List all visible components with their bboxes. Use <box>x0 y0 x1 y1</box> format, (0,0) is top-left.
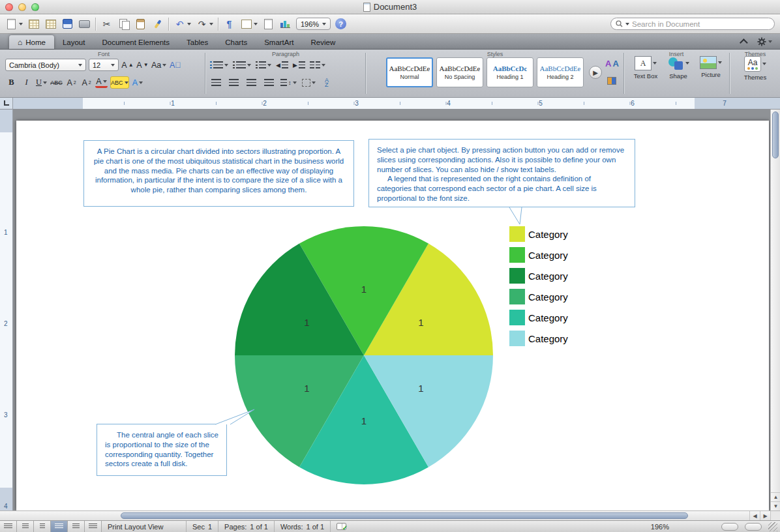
scroll-right-button[interactable]: ▶ <box>760 511 770 520</box>
columns-button[interactable] <box>240 17 258 31</box>
pages-indicator[interactable]: Pages:1 of 1 <box>218 521 275 532</box>
legend-row[interactable]: Category <box>509 226 568 242</box>
bold-button[interactable]: B <box>5 76 18 89</box>
legend-row[interactable]: Category <box>509 268 568 284</box>
insert-picture-button[interactable]: Picture <box>695 56 727 78</box>
strikethrough-button[interactable]: ABC <box>50 76 63 89</box>
view-draft-button[interactable] <box>0 521 17 532</box>
tab-document-elements[interactable]: Document Elements <box>93 35 178 49</box>
change-case-button[interactable]: Aa <box>151 59 166 71</box>
legend-row[interactable]: Category <box>509 331 568 346</box>
font-size-select[interactable]: 12 <box>89 59 119 71</box>
style-heading-1[interactable]: AaBbCcDc Heading 1 <box>487 57 533 87</box>
show-paragraph-marks-button[interactable]: ¶ <box>223 17 235 31</box>
legend-row[interactable]: Category <box>509 247 568 263</box>
scroll-down-button[interactable]: ▼ <box>771 501 780 510</box>
save-button[interactable] <box>61 17 74 31</box>
superscript-button[interactable]: A2 <box>65 76 78 89</box>
vertical-scrollbar-thumb[interactable] <box>772 111 779 158</box>
tab-home[interactable]: ⌂Home <box>9 35 54 49</box>
scroll-widget[interactable] <box>745 523 762 531</box>
numbering-button[interactable] <box>233 59 251 71</box>
highlight-button[interactable]: ABC <box>110 76 129 89</box>
scroll-up-button[interactable]: ▲ <box>771 492 780 501</box>
multilevel-list-button[interactable] <box>256 59 271 71</box>
document-page[interactable]: A Pie Chart is a circular chart divided … <box>16 121 769 510</box>
insert-textbox-button[interactable]: A Text Box <box>630 56 661 80</box>
view-notebook-button[interactable] <box>68 521 85 532</box>
zoom-slider[interactable] <box>721 523 738 531</box>
words-indicator[interactable]: Words:1 of 1 <box>275 521 331 532</box>
pie-chart[interactable]: 111111 <box>233 225 494 486</box>
gallery-button[interactable] <box>44 17 57 31</box>
spelling-status[interactable]: ✓ <box>331 521 352 532</box>
tab-layout[interactable]: Layout <box>54 35 94 49</box>
shrink-font-button[interactable]: A▼ <box>136 59 149 71</box>
view-focus-button[interactable] <box>85 521 102 532</box>
borders-button[interactable] <box>302 76 316 89</box>
increase-indent-button[interactable]: ▶ <box>293 59 305 71</box>
paste-button[interactable] <box>134 17 147 31</box>
redo-button[interactable]: ↷ <box>196 17 213 31</box>
style-normal[interactable]: AaBbCcDdEe Normal <box>386 57 433 87</box>
justify-button[interactable] <box>263 76 275 89</box>
section-indicator[interactable]: Sec1 <box>187 521 218 532</box>
search-input[interactable]: Search in Document <box>610 18 775 30</box>
view-publishing-button[interactable] <box>34 521 51 532</box>
decrease-indent-button[interactable]: ◀ <box>276 59 288 71</box>
callout-pie-definition[interactable]: A Pie Chart is a circular chart divided … <box>83 140 354 207</box>
undo-button[interactable]: ↶ <box>173 17 191 31</box>
open-button[interactable] <box>27 17 40 31</box>
cut-button[interactable]: ✂ <box>100 17 113 31</box>
tab-charts[interactable]: Charts <box>217 35 256 49</box>
scroll-left-button[interactable]: ◀ <box>749 511 760 520</box>
italic-button[interactable]: I <box>20 76 33 89</box>
line-spacing-button[interactable]: ↕ <box>280 76 297 89</box>
zoom-select[interactable]: 196% <box>296 18 331 30</box>
insert-shape-button[interactable]: Shape <box>663 56 694 80</box>
style-gallery-scroll-button[interactable]: ▶ <box>589 66 602 79</box>
themes-button[interactable]: Aa Themes <box>740 56 771 81</box>
vertical-scrollbar[interactable]: ▲ ▼ <box>770 110 780 510</box>
align-left-button[interactable] <box>210 76 222 89</box>
tab-smartart[interactable]: SmartArt <box>256 35 302 49</box>
clear-formatting-button[interactable]: A⃠ <box>169 59 181 71</box>
insert-chart-button[interactable] <box>279 17 292 31</box>
tab-selector-box[interactable] <box>0 98 13 110</box>
legend-row[interactable]: Category <box>509 310 568 325</box>
bullets-button[interactable] <box>210 59 228 71</box>
grow-font-button[interactable]: A▲ <box>121 59 134 71</box>
format-painter-button[interactable] <box>151 17 164 31</box>
style-heading-2[interactable]: AaBbCcDdEe Heading 2 <box>537 57 584 87</box>
callout-legend-explanation[interactable]: Select a pie chart object. By pressing a… <box>368 139 635 207</box>
underline-button[interactable]: U <box>35 76 48 89</box>
document-map-button[interactable] <box>262 17 275 31</box>
style-no-spacing[interactable]: AaBbCcDdEe No Spacing <box>436 57 483 87</box>
view-print-layout-button[interactable] <box>51 521 68 532</box>
horizontal-scrollbar[interactable]: ◀ ▶ <box>0 510 770 520</box>
sort-button[interactable]: AZ <box>321 76 333 89</box>
new-document-button[interactable] <box>5 17 23 31</box>
subscript-button[interactable]: A2 <box>80 76 93 89</box>
toolbox-button[interactable] <box>605 74 618 87</box>
align-center-button[interactable] <box>228 76 240 89</box>
text-direction-button[interactable] <box>310 59 325 71</box>
align-right-button[interactable] <box>245 76 258 89</box>
tab-tables[interactable]: Tables <box>178 35 217 49</box>
legend-label: Category <box>528 271 568 282</box>
view-outline-button[interactable] <box>17 521 34 532</box>
legend-row[interactable]: Category <box>509 289 568 304</box>
styles-pane-button[interactable]: AA <box>605 57 619 70</box>
copy-button[interactable] <box>117 17 130 31</box>
font-color-button[interactable]: A <box>95 77 108 88</box>
print-button[interactable] <box>78 17 91 31</box>
horizontal-scrollbar-thumb[interactable] <box>121 512 688 519</box>
resize-grip-icon[interactable] <box>768 522 777 531</box>
collapse-ribbon-icon[interactable] <box>740 38 748 47</box>
callout-central-angle[interactable]: The central angle of each slice is propo… <box>97 424 227 476</box>
font-family-select[interactable]: Cambria (Body) <box>5 59 86 71</box>
ribbon-settings-button[interactable] <box>757 37 772 46</box>
text-effects-button[interactable]: A <box>132 76 144 89</box>
tab-review[interactable]: Review <box>303 35 344 49</box>
help-button[interactable]: ? <box>335 17 346 31</box>
